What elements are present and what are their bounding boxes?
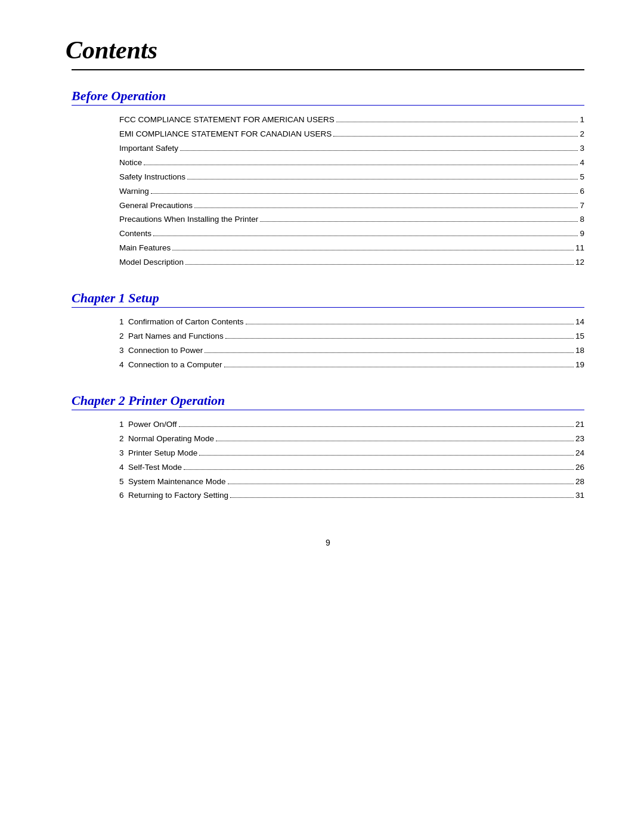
toc-dots <box>336 122 578 122</box>
section-heading-chapter1: Chapter 1 Setup <box>72 290 159 306</box>
toc-entry-page: 12 <box>575 256 584 269</box>
toc-entry-label: 6 Returning to Factory Setting <box>119 490 228 502</box>
toc-entry-page: 3 <box>580 143 584 155</box>
toc-row: 3 Connection to Power18 <box>119 345 584 357</box>
toc-entry-label: 4 Self-Test Mode <box>119 462 182 474</box>
toc-section-before-operation: Before OperationFCC COMPLIANCE STATEMENT… <box>72 88 584 269</box>
toc-row: Important Safety3 <box>119 143 584 155</box>
toc-entry-label: General Precautions <box>119 200 193 212</box>
section-underline-chapter2 <box>72 410 584 410</box>
page-number: 9 <box>72 538 584 547</box>
section-heading-before-operation: Before Operation <box>72 88 166 104</box>
toc-entry-label: EMI COMPLIANCE STATEMENT FOR CANADIAN US… <box>119 128 332 141</box>
toc-dots <box>151 193 578 194</box>
toc-entry-page: 15 <box>575 330 584 343</box>
section-underline-chapter1 <box>72 307 584 308</box>
section-heading-chapter2: Chapter 2 Printer Operation <box>72 393 225 408</box>
toc-dots <box>199 455 574 456</box>
toc-row: Safety Instructions5 <box>119 171 584 184</box>
toc-dots <box>172 250 574 250</box>
toc-entries-chapter2: 1 Power On/Off212 Normal Operating Mode2… <box>119 419 584 503</box>
toc-entry-label: Warning <box>119 185 149 198</box>
toc-dots <box>230 497 574 498</box>
toc-dots <box>225 338 574 339</box>
toc-row: EMI COMPLIANCE STATEMENT FOR CANADIAN US… <box>119 128 584 141</box>
toc-entry-label: 3 Printer Setup Mode <box>119 447 197 460</box>
toc-entry-page: 4 <box>580 157 584 169</box>
toc-entry-page: 24 <box>575 447 584 460</box>
toc-row: Warning6 <box>119 185 584 198</box>
toc-row: Precautions When Installing the Printer8 <box>119 213 584 226</box>
title-divider <box>72 69 584 70</box>
toc-entry-label: 1 Power On/Off <box>119 419 177 431</box>
toc-dots <box>260 221 578 222</box>
toc-entry-page: 5 <box>580 171 584 184</box>
toc-entry-label: Contents <box>119 228 151 240</box>
toc-entry-page: 14 <box>575 316 584 329</box>
toc-entry-label: 5 System Maintenance Mode <box>119 476 226 488</box>
toc-entry-label: 3 Connection to Power <box>119 345 203 357</box>
toc-row: 1 Confirmation of Carton Contents14 <box>119 316 584 329</box>
toc-dots <box>179 426 574 427</box>
toc-dots <box>333 136 578 137</box>
toc-section-chapter1: Chapter 1 Setup1 Confirmation of Carton … <box>72 290 584 371</box>
toc-entry-page: 23 <box>575 433 584 445</box>
toc-dots <box>185 264 574 265</box>
toc-entry-page: 28 <box>575 476 584 488</box>
toc-row: Notice4 <box>119 157 584 169</box>
toc-row: General Precautions7 <box>119 200 584 212</box>
toc-entry-label: Notice <box>119 157 142 169</box>
toc-entry-label: Main Features <box>119 242 171 255</box>
toc-entry-label: Important Safety <box>119 143 178 155</box>
section-underline-before-operation <box>72 105 584 106</box>
toc-entry-page: 9 <box>580 228 584 240</box>
toc-entry-page: 11 <box>575 242 584 255</box>
toc-row: Model Description12 <box>119 256 584 269</box>
toc-dots <box>224 367 574 367</box>
toc-row: 1 Power On/Off21 <box>119 419 584 431</box>
toc-entry-page: 6 <box>580 185 584 198</box>
toc-entry-page: 1 <box>580 114 584 126</box>
toc-entry-page: 21 <box>575 419 584 431</box>
toc-dots <box>228 484 574 484</box>
toc-entries-before-operation: FCC COMPLIANCE STATEMENT FOR AMERICAN US… <box>119 114 584 269</box>
toc-entry-page: 8 <box>580 213 584 226</box>
toc-section-chapter2: Chapter 2 Printer Operation1 Power On/Of… <box>72 393 584 503</box>
toc-row: 3 Printer Setup Mode24 <box>119 447 584 460</box>
toc-dots <box>184 469 574 470</box>
toc-row: Contents9 <box>119 228 584 240</box>
toc-entry-label: 2 Part Names and Functions <box>119 330 224 343</box>
toc-entry-page: 31 <box>575 490 584 502</box>
toc-entry-label: 4 Connection to a Computer <box>119 359 222 371</box>
toc-entry-label: Safety Instructions <box>119 171 185 184</box>
toc-dots <box>205 352 574 353</box>
toc-row: 4 Self-Test Mode26 <box>119 462 584 474</box>
toc-dots <box>187 179 578 179</box>
toc-entry-label: Model Description <box>119 256 184 269</box>
toc-entry-page: 2 <box>580 128 584 141</box>
toc-row: 5 System Maintenance Mode28 <box>119 476 584 488</box>
toc-dots <box>194 208 578 208</box>
toc-dots <box>246 324 574 324</box>
toc-row: 4 Connection to a Computer19 <box>119 359 584 371</box>
toc-entry-label: Precautions When Installing the Printer <box>119 213 258 226</box>
toc-dots <box>153 236 578 236</box>
toc-row: FCC COMPLIANCE STATEMENT FOR AMERICAN US… <box>119 114 584 126</box>
toc-dots <box>180 150 578 151</box>
toc-dots <box>216 441 574 441</box>
toc-entry-label: 1 Confirmation of Carton Contents <box>119 316 244 329</box>
toc-entry-label: 2 Normal Operating Mode <box>119 433 214 445</box>
toc-dots <box>144 165 578 165</box>
page-title: Contents <box>66 36 584 64</box>
toc-entry-page: 18 <box>575 345 584 357</box>
toc-row: 2 Normal Operating Mode23 <box>119 433 584 445</box>
toc-row: Main Features11 <box>119 242 584 255</box>
toc-row: 6 Returning to Factory Setting31 <box>119 490 584 502</box>
toc-entry-label: FCC COMPLIANCE STATEMENT FOR AMERICAN US… <box>119 114 335 126</box>
toc-entry-page: 7 <box>580 200 584 212</box>
toc-entry-page: 19 <box>575 359 584 371</box>
toc-entry-page: 26 <box>575 462 584 474</box>
toc-entries-chapter1: 1 Confirmation of Carton Contents142 Par… <box>119 316 584 371</box>
toc-row: 2 Part Names and Functions15 <box>119 330 584 343</box>
